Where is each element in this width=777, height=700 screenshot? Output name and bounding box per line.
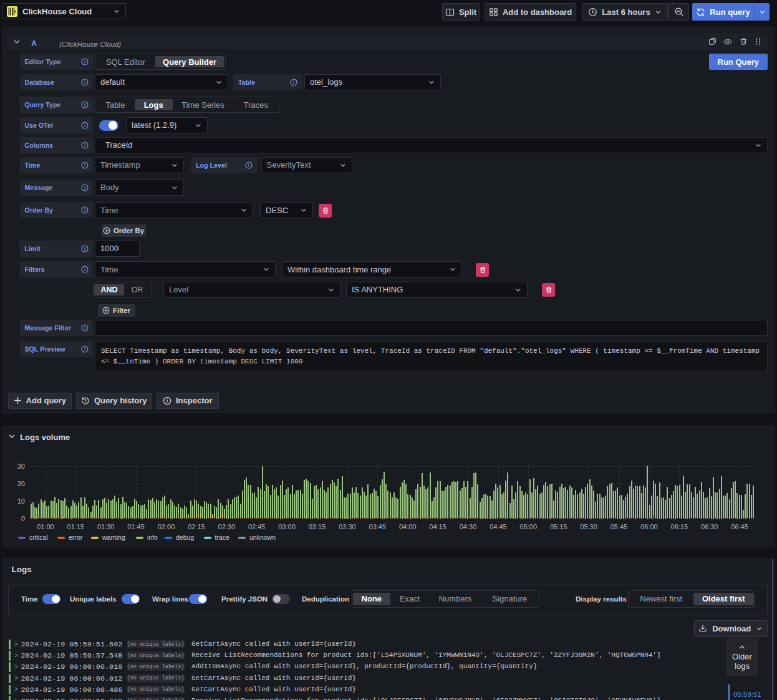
svg-text:30: 30 — [17, 463, 25, 470]
svg-text:02:00: 02:00 — [158, 523, 175, 530]
svg-text:05:30: 05:30 — [580, 523, 597, 530]
svg-text:02:30: 02:30 — [218, 523, 236, 530]
svg-text:10: 10 — [17, 497, 25, 505]
svg-text:03:45: 03:45 — [369, 523, 387, 530]
svg-text:01:00: 01:00 — [37, 523, 54, 530]
svg-text:05:00: 05:00 — [520, 523, 538, 530]
svg-text:05:45: 05:45 — [610, 523, 628, 530]
svg-text:02:45: 02:45 — [248, 523, 266, 530]
svg-text:04:45: 04:45 — [490, 523, 507, 530]
svg-text:06:15: 06:15 — [671, 523, 688, 530]
svg-text:02:15: 02:15 — [188, 523, 205, 530]
svg-text:04:15: 04:15 — [429, 523, 446, 530]
svg-text:03:30: 03:30 — [339, 523, 356, 530]
svg-text:01:30: 01:30 — [97, 523, 115, 530]
svg-text:03:15: 03:15 — [309, 523, 326, 530]
svg-text:06:30: 06:30 — [701, 523, 718, 530]
svg-text:06:00: 06:00 — [640, 523, 658, 530]
svg-text:03:00: 03:00 — [278, 523, 296, 530]
svg-text:04:30: 04:30 — [460, 523, 477, 530]
svg-text:06:45: 06:45 — [731, 523, 748, 530]
svg-text:05:15: 05:15 — [550, 523, 567, 530]
svg-text:0: 0 — [21, 515, 25, 522]
svg-text:04:00: 04:00 — [399, 523, 417, 530]
svg-text:01:45: 01:45 — [127, 523, 145, 530]
svg-text:20: 20 — [17, 480, 25, 487]
svg-text:01:15: 01:15 — [67, 523, 85, 530]
